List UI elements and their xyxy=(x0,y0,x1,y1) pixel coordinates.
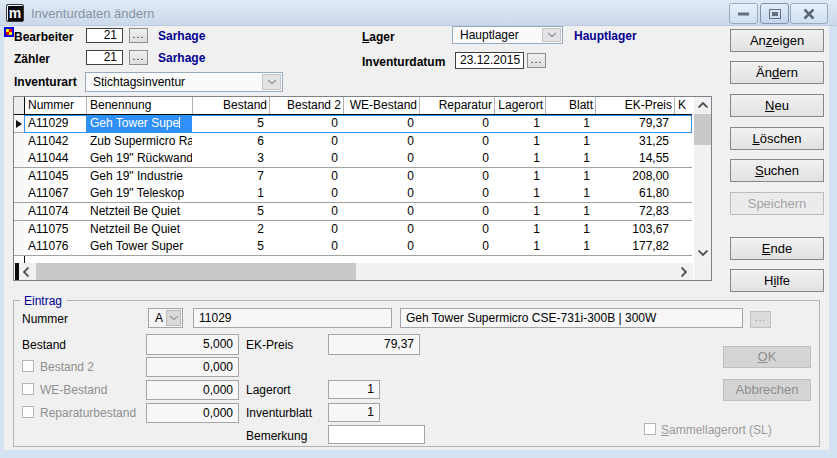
table-cell[interactable] xyxy=(674,221,692,239)
table-cell[interactable]: 72,83 xyxy=(595,203,674,221)
table-cell[interactable]: Geh 19" Rückwand xyxy=(86,150,192,168)
bemerkung-input[interactable] xyxy=(328,425,425,444)
nummer-prefix-combobox[interactable]: A xyxy=(148,308,183,328)
scroll-down-icon[interactable] xyxy=(698,250,708,256)
zaehler-browse-button[interactable]: ... xyxy=(129,50,148,65)
table-cell[interactable]: 61,80 xyxy=(595,185,674,203)
table-cell[interactable]: Geh 19" Industrie xyxy=(86,168,192,186)
table-cell[interactable]: 1 xyxy=(494,238,545,256)
table-cell[interactable]: A11067 xyxy=(24,185,86,203)
table-cell[interactable]: 0 xyxy=(419,150,494,168)
restore-button[interactable] xyxy=(760,3,789,24)
column-header-reparatur[interactable]: Reparatur xyxy=(419,97,494,114)
table-cell[interactable] xyxy=(674,185,692,203)
ek-preis-input[interactable]: 79,37 xyxy=(328,334,420,355)
action-button-anzeigen[interactable]: Anzeigen xyxy=(730,29,824,52)
inventurblatt-input[interactable]: 1 xyxy=(328,403,380,422)
table-cell[interactable]: 0 xyxy=(419,238,494,256)
table-cell[interactable]: 1 xyxy=(192,185,269,203)
table-cell[interactable]: 1 xyxy=(545,203,595,221)
table-cell[interactable] xyxy=(674,238,692,256)
table-cell[interactable]: 5 xyxy=(192,115,269,133)
table-cell[interactable]: 5 xyxy=(192,203,269,221)
table-cell[interactable]: 1 xyxy=(545,133,595,151)
table-cell[interactable]: 0 xyxy=(343,221,419,239)
action-button--ndern[interactable]: Ändern xyxy=(730,61,824,84)
table-cell[interactable]: Geh Tower Supe xyxy=(86,115,192,133)
close-button[interactable] xyxy=(790,3,828,24)
table-cell[interactable]: Zub Supermicro Ra xyxy=(86,133,192,151)
table-cell[interactable]: 31,25 xyxy=(595,133,674,151)
inventurart-combobox[interactable]: Stichtagsinventur xyxy=(85,72,283,92)
inventurart-dropdown-button[interactable] xyxy=(262,74,281,90)
table-cell[interactable]: 5 xyxy=(192,238,269,256)
action-button-neu[interactable]: Neu xyxy=(730,94,824,117)
ok-button[interactable]: OK xyxy=(723,346,811,368)
table-cell[interactable]: 0 xyxy=(343,150,419,168)
action-button-hilfe[interactable]: Hilfe xyxy=(730,269,824,292)
lagerort-input[interactable]: 1 xyxy=(328,380,380,399)
table-cell[interactable]: 1 xyxy=(494,133,545,151)
table-cell[interactable]: 0 xyxy=(419,221,494,239)
table-cell[interactable]: 2 xyxy=(192,221,269,239)
table-cell[interactable] xyxy=(674,168,692,186)
table-cell[interactable]: 0 xyxy=(269,115,343,133)
nummer-prefix-dropdown-button[interactable] xyxy=(166,310,181,326)
we-bestand-checkbox[interactable] xyxy=(22,383,34,395)
we-bestand-input[interactable]: 0,000 xyxy=(146,380,239,400)
column-header-bestand-2[interactable]: Bestand 2 xyxy=(269,97,343,114)
table-cell[interactable]: A11074 xyxy=(24,203,86,221)
table-cell[interactable]: 0 xyxy=(419,168,494,186)
reparaturbestand-checkbox[interactable] xyxy=(22,406,34,418)
abbrechen-button[interactable]: Abbrechen xyxy=(723,379,811,401)
table-cell[interactable]: 0 xyxy=(343,133,419,151)
table-cell[interactable] xyxy=(674,133,692,151)
table-cell[interactable]: 1 xyxy=(494,168,545,186)
action-button-l-schen[interactable]: Löschen xyxy=(730,127,824,150)
bearbeiter-input[interactable]: 21 xyxy=(86,28,123,43)
bestand-input[interactable]: 5,000 xyxy=(146,334,239,355)
table-cell[interactable]: 3 xyxy=(192,150,269,168)
reparaturbestand-input[interactable]: 0,000 xyxy=(146,403,239,423)
table-cell[interactable] xyxy=(674,115,692,133)
bestand2-checkbox[interactable] xyxy=(22,360,34,372)
vertical-scrollbar[interactable] xyxy=(694,97,711,263)
table-cell[interactable]: 0 xyxy=(343,185,419,203)
bearbeiter-browse-button[interactable]: ... xyxy=(129,28,148,43)
table-cell[interactable]: 1 xyxy=(494,203,545,221)
inventurdatum-input[interactable]: 23.12.2015 xyxy=(455,52,524,69)
row-selector-cell[interactable] xyxy=(14,238,24,256)
table-cell[interactable]: Geh 19" Teleskop xyxy=(86,185,192,203)
column-header-lagerort[interactable]: Lagerort xyxy=(494,97,545,114)
table-cell[interactable]: Netzteil Be Quiet xyxy=(86,203,192,221)
bestand2-input[interactable]: 0,000 xyxy=(146,357,239,377)
action-button-ende[interactable]: Ende xyxy=(730,237,824,260)
horizontal-scrollbar[interactable] xyxy=(14,263,693,280)
table-cell[interactable]: 0 xyxy=(343,168,419,186)
table-cell[interactable]: A11044 xyxy=(24,150,86,168)
column-header-we-bestand[interactable]: WE-Bestand xyxy=(343,97,419,114)
horizontal-scrollbar-thumb[interactable] xyxy=(36,263,356,280)
action-button-speichern[interactable]: Speichern xyxy=(730,192,824,215)
table-cell[interactable]: A11045 xyxy=(24,168,86,186)
inventurdatum-browse-button[interactable]: ... xyxy=(527,53,546,68)
table-cell[interactable]: 0 xyxy=(419,203,494,221)
column-header-k[interactable]: K xyxy=(674,97,692,114)
table-cell[interactable]: A11076 xyxy=(24,238,86,256)
table-cell[interactable]: 1 xyxy=(494,150,545,168)
lager-dropdown-button[interactable] xyxy=(542,28,561,42)
benennung-browse-button[interactable]: ... xyxy=(750,311,771,328)
table-cell[interactable]: A11029 xyxy=(24,115,86,133)
table-cell[interactable]: 1 xyxy=(494,185,545,203)
action-button-suchen[interactable]: Suchen xyxy=(730,159,824,182)
table-cell[interactable]: 177,82 xyxy=(595,238,674,256)
scroll-up-icon[interactable] xyxy=(698,102,708,108)
table-cell[interactable]: 6 xyxy=(192,133,269,151)
row-selector-cell[interactable] xyxy=(14,203,24,221)
table-cell[interactable]: 208,00 xyxy=(595,168,674,186)
table-cell[interactable]: 0 xyxy=(419,115,494,133)
table-cell[interactable]: 0 xyxy=(269,238,343,256)
table-cell[interactable]: 14,55 xyxy=(595,150,674,168)
table-cell[interactable] xyxy=(674,150,692,168)
row-selector-cell[interactable] xyxy=(14,185,24,203)
